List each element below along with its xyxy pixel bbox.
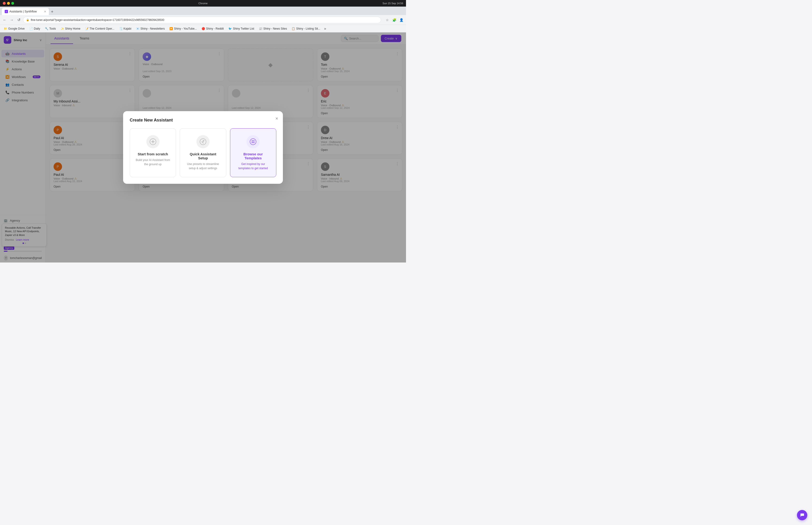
- bookmark-label: Shiny Home: [65, 27, 80, 30]
- bookmark-label: Shiny Twitter List: [233, 27, 254, 30]
- bookmark-label: Shiny - Listing Sit...: [296, 27, 320, 30]
- modal-title: Create New Assistant: [130, 118, 276, 123]
- bookmark-icon: ▶️: [169, 27, 173, 30]
- option-desc: Get inspired by our templates to get sta…: [235, 162, 271, 170]
- lock-icon: 🔒: [26, 18, 29, 21]
- bookmark-icon: 🐦: [228, 27, 232, 30]
- quick-icon: [196, 135, 210, 148]
- window-controls[interactable]: [3, 2, 14, 5]
- new-tab-button[interactable]: +: [49, 9, 56, 15]
- bookmark-label: Shiny - News Sites: [263, 27, 287, 30]
- bookmark-icon: 📄: [29, 27, 33, 30]
- tab-close-button[interactable]: ×: [44, 10, 46, 13]
- refresh-button[interactable]: ↺: [16, 17, 21, 23]
- bookmark-label: The Content Oper...: [90, 27, 114, 30]
- chrome-addressbar: ← → ↺ 🔒 fine-tuner.ai/portal/?page=assis…: [0, 15, 406, 25]
- extensions-icon[interactable]: 🧩: [392, 17, 397, 23]
- maximize-button[interactable]: [11, 2, 14, 5]
- bookmark-daily[interactable]: 📄 Daily: [28, 27, 42, 31]
- modal-overlay[interactable]: Create New Assistant × Start from scratc…: [0, 32, 406, 262]
- tab-title: Assistants | Synthflow: [10, 10, 37, 13]
- create-assistant-modal: Create New Assistant × Start from scratc…: [123, 111, 283, 184]
- mac-os-bar: Chrome Sun 15 Sep 14:56: [0, 0, 406, 6]
- svg-rect-8: [253, 142, 255, 143]
- bookmark-reddit[interactable]: 🔴 Shiny - Reddit: [200, 27, 226, 31]
- profile-icon[interactable]: 👤: [398, 17, 404, 23]
- toolbar-icons: ☆ 🧩 👤: [384, 17, 404, 23]
- bookmark-label: Google Drive: [8, 27, 25, 30]
- bookmark-icon: 📁: [4, 27, 7, 30]
- bookmark-icon: 📧: [136, 27, 140, 30]
- bookmark-label: Shiny - Reddit: [206, 27, 224, 30]
- modal-options: Start from scratch Build your AI Assista…: [130, 128, 276, 177]
- forward-button[interactable]: →: [9, 17, 15, 23]
- bookmark-google-drive[interactable]: 📁 Google Drive: [2, 27, 27, 31]
- modal-option-quick[interactable]: Quick Assistant Setup Use presets to str…: [180, 128, 226, 177]
- scratch-icon: [147, 135, 159, 148]
- bookmark-icon: 🔧: [45, 27, 48, 30]
- bookmark-listing[interactable]: 📋 Shiny - Listing Sit...: [290, 27, 322, 31]
- more-bookmarks-button[interactable]: »: [323, 27, 327, 31]
- bookmark-icon: 📰: [259, 27, 262, 30]
- bookmark-label: Tools: [49, 27, 56, 30]
- bookmark-icon: 🔴: [202, 27, 205, 30]
- svg-rect-7: [251, 142, 253, 143]
- window-title: Chrome: [198, 2, 208, 5]
- address-bar[interactable]: 🔒 fine-tuner.ai/portal/?page=assistants&…: [23, 17, 381, 23]
- bookmark-icon: 🗒️: [119, 27, 123, 30]
- bookmark-news[interactable]: 📰 Shiny - News Sites: [257, 27, 289, 31]
- modal-option-templates[interactable]: Browse our Templates Get inspired by our…: [230, 128, 276, 177]
- bookmark-label: Daily: [34, 27, 40, 30]
- modal-close-button[interactable]: ×: [275, 116, 278, 121]
- bookmarks-bar: 📁 Google Drive 📄 Daily 🔧 Tools ✨ Shiny H…: [0, 25, 406, 32]
- svg-rect-6: [253, 140, 255, 141]
- bookmark-newsletters[interactable]: 📧 Shiny - Newsletters: [134, 27, 167, 31]
- app-container: S' Shiny Inc ∨ 🤖 Assistants 📚 Knowledge …: [0, 32, 406, 262]
- bookmark-label: Shiny - Newsletters: [140, 27, 165, 30]
- modal-option-scratch[interactable]: Start from scratch Build your AI Assista…: [130, 128, 176, 177]
- bookmark-kajabi[interactable]: 🗒️ Kajabi: [117, 27, 133, 31]
- time-display: Sun 15 Sep 14:56: [383, 2, 403, 5]
- bookmark-label: Kajabi: [124, 27, 131, 30]
- mac-status-bar: Sun 15 Sep 14:56: [383, 2, 403, 5]
- bookmark-icon: 📋: [292, 27, 295, 30]
- bookmark-icon: ✨: [61, 27, 64, 30]
- svg-rect-5: [251, 140, 253, 141]
- bookmark-label: Shiny - YouTube...: [174, 27, 197, 30]
- browser-tab[interactable]: S Assistants | Synthflow ×: [2, 8, 49, 15]
- bookmark-icon[interactable]: ☆: [384, 17, 390, 23]
- back-button[interactable]: ←: [2, 17, 7, 23]
- tab-favicon: S: [5, 10, 8, 13]
- templates-icon: [246, 135, 260, 148]
- svg-point-4: [250, 139, 256, 145]
- option-title: Quick Assistant Setup: [185, 152, 221, 160]
- option-title: Start from scratch: [138, 152, 168, 156]
- bookmark-shiny-home[interactable]: ✨ Shiny Home: [59, 27, 82, 31]
- url-text: fine-tuner.ai/portal/?page=assistants&ac…: [31, 18, 164, 21]
- bookmark-twitter[interactable]: 🐦 Shiny Twitter List: [227, 27, 256, 31]
- option-desc: Use presets to streamline setup & adjust…: [185, 162, 221, 170]
- chrome-tabbar: S Assistants | Synthflow × +: [0, 6, 406, 15]
- close-button[interactable]: [3, 2, 6, 5]
- option-desc: Build your AI Assistant from the ground …: [135, 158, 171, 166]
- bookmark-icon: 📝: [85, 27, 89, 30]
- minimize-button[interactable]: [7, 2, 10, 5]
- bookmark-content[interactable]: 📝 The Content Oper...: [83, 27, 116, 31]
- option-title: Browse our Templates: [235, 152, 271, 160]
- bookmark-youtube[interactable]: ▶️ Shiny - YouTube...: [168, 27, 199, 31]
- bookmark-tools[interactable]: 🔧 Tools: [43, 27, 58, 31]
